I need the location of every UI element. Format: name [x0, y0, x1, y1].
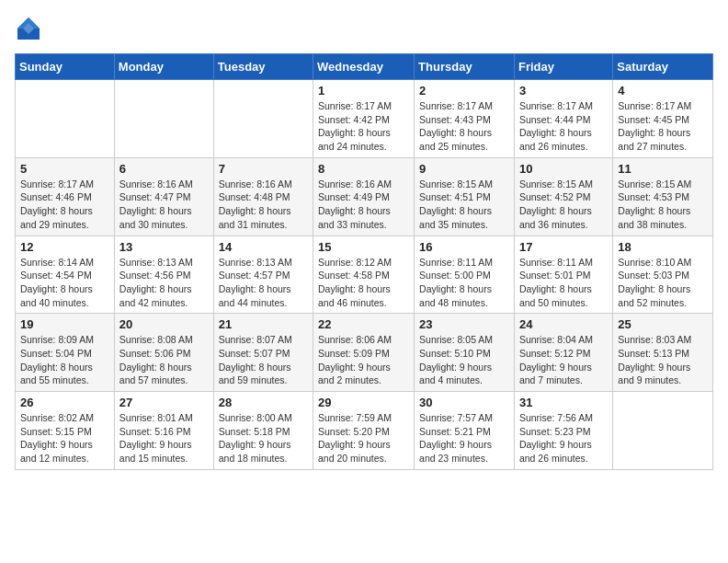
day-info: Sunrise: 8:17 AM Sunset: 4:42 PM Dayligh… [318, 99, 409, 154]
page-header [15, 15, 713, 42]
day-cell: 30Sunrise: 7:57 AM Sunset: 5:21 PM Dayli… [415, 392, 515, 470]
day-info: Sunrise: 8:15 AM Sunset: 4:53 PM Dayligh… [618, 178, 708, 232]
day-cell: 6Sunrise: 8:16 AM Sunset: 4:47 PM Daylig… [114, 157, 213, 236]
day-cell: 29Sunrise: 7:59 AM Sunset: 5:20 PM Dayli… [313, 392, 415, 470]
day-number: 21 [219, 317, 308, 331]
day-cell [114, 80, 213, 158]
week-row-4: 19Sunrise: 8:09 AM Sunset: 5:04 PM Dayli… [16, 314, 713, 392]
day-cell: 22Sunrise: 8:06 AM Sunset: 5:09 PM Dayli… [313, 314, 415, 392]
day-number: 11 [618, 162, 708, 176]
day-cell: 27Sunrise: 8:01 AM Sunset: 5:16 PM Dayli… [114, 392, 213, 470]
day-number: 4 [618, 84, 708, 98]
day-cell: 21Sunrise: 8:07 AM Sunset: 5:07 PM Dayli… [213, 314, 313, 392]
day-info: Sunrise: 8:17 AM Sunset: 4:45 PM Dayligh… [618, 99, 708, 154]
day-info: Sunrise: 8:12 AM Sunset: 4:58 PM Dayligh… [318, 256, 409, 310]
day-cell: 31Sunrise: 7:56 AM Sunset: 5:23 PM Dayli… [514, 392, 612, 470]
day-number: 5 [20, 162, 109, 176]
day-cell [16, 80, 115, 158]
day-cell: 4Sunrise: 8:17 AM Sunset: 4:45 PM Daylig… [613, 80, 713, 158]
calendar-body: 1Sunrise: 8:17 AM Sunset: 4:42 PM Daylig… [16, 80, 713, 470]
day-cell: 7Sunrise: 8:16 AM Sunset: 4:48 PM Daylig… [213, 157, 313, 236]
day-number: 23 [419, 317, 509, 331]
day-cell [613, 392, 713, 470]
day-number: 27 [119, 396, 209, 409]
day-info: Sunrise: 8:14 AM Sunset: 4:54 PM Dayligh… [20, 256, 109, 310]
day-cell: 25Sunrise: 8:03 AM Sunset: 5:13 PM Dayli… [613, 314, 713, 392]
day-number: 9 [419, 162, 509, 176]
day-number: 31 [519, 396, 608, 409]
day-cell: 10Sunrise: 8:15 AM Sunset: 4:52 PM Dayli… [514, 157, 612, 236]
day-number: 3 [519, 84, 608, 98]
weekday-header-sunday: Sunday [16, 54, 115, 80]
calendar-header: SundayMondayTuesdayWednesdayThursdayFrid… [16, 54, 713, 80]
weekday-header-thursday: Thursday [415, 54, 515, 80]
day-info: Sunrise: 8:08 AM Sunset: 5:06 PM Dayligh… [119, 333, 209, 387]
day-info: Sunrise: 8:13 AM Sunset: 4:57 PM Dayligh… [219, 256, 308, 310]
day-cell: 26Sunrise: 8:02 AM Sunset: 5:15 PM Dayli… [16, 392, 115, 470]
logo [15, 15, 44, 42]
day-number: 13 [119, 240, 209, 254]
day-number: 22 [318, 317, 409, 331]
day-number: 29 [318, 396, 409, 409]
day-number: 18 [618, 240, 708, 254]
day-number: 6 [119, 162, 209, 176]
day-info: Sunrise: 8:05 AM Sunset: 5:10 PM Dayligh… [419, 333, 509, 387]
day-number: 8 [318, 162, 409, 176]
day-number: 19 [20, 317, 109, 331]
day-info: Sunrise: 8:15 AM Sunset: 4:51 PM Dayligh… [419, 178, 509, 232]
day-info: Sunrise: 8:01 AM Sunset: 5:16 PM Dayligh… [119, 411, 209, 465]
day-cell: 15Sunrise: 8:12 AM Sunset: 4:58 PM Dayli… [313, 236, 415, 314]
day-number: 15 [318, 240, 409, 254]
day-cell: 16Sunrise: 8:11 AM Sunset: 5:00 PM Dayli… [415, 236, 515, 314]
day-info: Sunrise: 8:02 AM Sunset: 5:15 PM Dayligh… [20, 411, 109, 465]
day-number: 26 [20, 396, 109, 409]
day-cell: 19Sunrise: 8:09 AM Sunset: 5:04 PM Dayli… [16, 314, 115, 392]
day-number: 24 [519, 317, 608, 331]
day-number: 12 [20, 240, 109, 254]
day-info: Sunrise: 8:07 AM Sunset: 5:07 PM Dayligh… [219, 333, 308, 387]
day-number: 25 [618, 317, 708, 331]
day-number: 14 [219, 240, 308, 254]
weekday-header-wednesday: Wednesday [313, 54, 415, 80]
day-cell: 8Sunrise: 8:16 AM Sunset: 4:49 PM Daylig… [313, 157, 415, 236]
day-info: Sunrise: 8:11 AM Sunset: 5:00 PM Dayligh… [419, 256, 509, 310]
day-cell: 14Sunrise: 8:13 AM Sunset: 4:57 PM Dayli… [213, 236, 313, 314]
day-number: 20 [119, 317, 209, 331]
day-cell: 24Sunrise: 8:04 AM Sunset: 5:12 PM Dayli… [514, 314, 612, 392]
day-info: Sunrise: 7:59 AM Sunset: 5:20 PM Dayligh… [318, 411, 409, 465]
day-info: Sunrise: 8:04 AM Sunset: 5:12 PM Dayligh… [519, 333, 608, 387]
week-row-3: 12Sunrise: 8:14 AM Sunset: 4:54 PM Dayli… [16, 236, 713, 314]
day-cell: 11Sunrise: 8:15 AM Sunset: 4:53 PM Dayli… [613, 157, 713, 236]
day-cell: 3Sunrise: 8:17 AM Sunset: 4:44 PM Daylig… [514, 80, 612, 158]
day-cell: 1Sunrise: 8:17 AM Sunset: 4:42 PM Daylig… [313, 80, 415, 158]
day-info: Sunrise: 8:16 AM Sunset: 4:49 PM Dayligh… [318, 178, 409, 232]
day-info: Sunrise: 7:56 AM Sunset: 5:23 PM Dayligh… [519, 411, 608, 465]
day-info: Sunrise: 8:00 AM Sunset: 5:18 PM Dayligh… [219, 411, 308, 465]
day-cell: 13Sunrise: 8:13 AM Sunset: 4:56 PM Dayli… [114, 236, 213, 314]
day-number: 28 [219, 396, 308, 409]
weekday-header-tuesday: Tuesday [213, 54, 313, 80]
day-info: Sunrise: 8:06 AM Sunset: 5:09 PM Dayligh… [318, 333, 409, 387]
day-cell: 23Sunrise: 8:05 AM Sunset: 5:10 PM Dayli… [415, 314, 515, 392]
day-cell: 5Sunrise: 8:17 AM Sunset: 4:46 PM Daylig… [16, 157, 115, 236]
day-info: Sunrise: 8:10 AM Sunset: 5:03 PM Dayligh… [618, 256, 708, 310]
day-info: Sunrise: 8:16 AM Sunset: 4:48 PM Dayligh… [219, 178, 308, 232]
day-info: Sunrise: 7:57 AM Sunset: 5:21 PM Dayligh… [419, 411, 509, 465]
day-number: 30 [419, 396, 509, 409]
calendar-table: SundayMondayTuesdayWednesdayThursdayFrid… [15, 53, 713, 470]
week-row-2: 5Sunrise: 8:17 AM Sunset: 4:46 PM Daylig… [16, 157, 713, 236]
day-info: Sunrise: 8:17 AM Sunset: 4:44 PM Dayligh… [519, 99, 608, 154]
week-row-1: 1Sunrise: 8:17 AM Sunset: 4:42 PM Daylig… [16, 80, 713, 158]
day-number: 16 [419, 240, 509, 254]
day-info: Sunrise: 8:17 AM Sunset: 4:43 PM Dayligh… [419, 99, 509, 154]
day-cell: 28Sunrise: 8:00 AM Sunset: 5:18 PM Dayli… [213, 392, 313, 470]
day-info: Sunrise: 8:13 AM Sunset: 4:56 PM Dayligh… [119, 256, 209, 310]
day-cell: 18Sunrise: 8:10 AM Sunset: 5:03 PM Dayli… [613, 236, 713, 314]
weekday-header-saturday: Saturday [613, 54, 713, 80]
day-info: Sunrise: 8:15 AM Sunset: 4:52 PM Dayligh… [519, 178, 608, 232]
day-info: Sunrise: 8:17 AM Sunset: 4:46 PM Dayligh… [20, 178, 109, 232]
logo-icon [15, 15, 42, 42]
day-cell: 2Sunrise: 8:17 AM Sunset: 4:43 PM Daylig… [415, 80, 515, 158]
day-cell [213, 80, 313, 158]
day-cell: 9Sunrise: 8:15 AM Sunset: 4:51 PM Daylig… [415, 157, 515, 236]
